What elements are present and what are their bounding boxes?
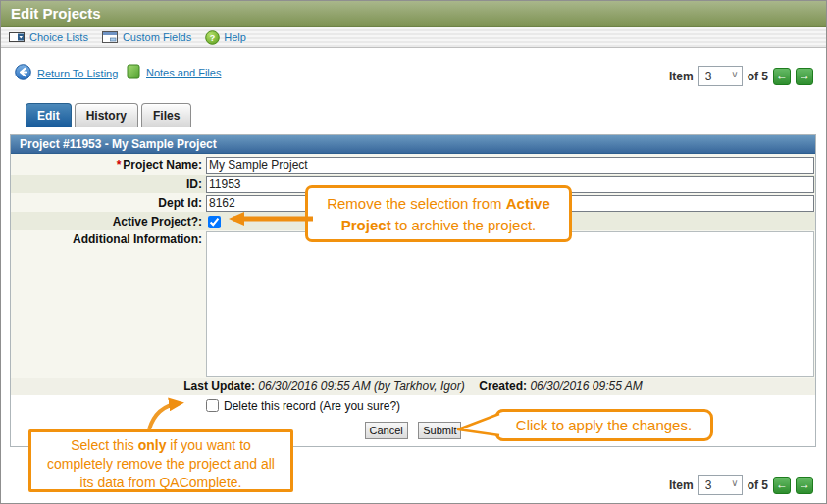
active-project-checkbox[interactable] — [208, 216, 221, 228]
notes-page-icon — [127, 64, 140, 81]
custom-fields-icon — [102, 30, 119, 44]
toolbar: Choice Lists Custom Fields — [1, 27, 826, 48]
project-name-input[interactable] — [206, 157, 814, 174]
active-project-callout: Remove the selection from Active Project… — [305, 185, 572, 242]
form-title: Project #11953 - My Sample Project — [20, 137, 217, 151]
page-title: Edit Projects — [11, 5, 101, 22]
tab-history[interactable]: History — [75, 103, 138, 127]
next-arrow-icon: → — [799, 478, 810, 491]
last-update-value: 06/30/2016 09:55 AM (by Tarkhov, Igor) — [258, 379, 464, 393]
custom-fields-link[interactable]: Custom Fields — [102, 30, 191, 44]
next-item-button[interactable]: → — [796, 68, 813, 85]
custom-fields-label: Custom Fields — [123, 31, 191, 43]
edit-project-form: Project #11953 - My Sample Project *Proj… — [10, 134, 816, 447]
choice-lists-link[interactable]: Choice Lists — [9, 30, 88, 44]
last-update-label: Last Update: — [183, 379, 255, 393]
help-label: Help — [224, 31, 246, 43]
prev-item-button[interactable]: ← — [773, 477, 791, 494]
cancel-button[interactable]: Cancel — [365, 422, 408, 439]
delete-record-label: Delete this record (Are you sure?) — [224, 399, 400, 413]
return-to-listing-label: Return To Listing — [37, 68, 118, 79]
return-arrow-icon — [15, 64, 31, 82]
item-label: Item — [669, 70, 694, 83]
project-name-row: *Project Name: — [11, 154, 815, 175]
item-pager-bottom: Item 3 ∨ of 5 ← → — [669, 475, 813, 495]
help-glyph: ? — [210, 33, 216, 43]
help-icon: ? — [205, 30, 220, 45]
notes-and-files-link[interactable]: Notes and Files — [127, 64, 221, 81]
tab-bar: Edit History Files — [26, 103, 191, 127]
item-select-wrap: 3 ∨ — [698, 66, 743, 86]
submit-callout: Click to apply the changes. — [494, 409, 713, 441]
created-value: 06/30/2016 09:55 AM — [530, 379, 642, 393]
additional-information-row: Additional Information: — [11, 230, 815, 378]
item-of-label: of 5 — [748, 479, 768, 492]
dept-id-label: Dept Id: — [11, 196, 206, 210]
last-update-row: Last Update: 06/30/2016 09:55 AM (by Tar… — [11, 378, 815, 395]
active-project-label: Active Project?: — [11, 215, 206, 228]
help-link[interactable]: ? Help — [205, 30, 246, 45]
id-label: ID: — [11, 177, 206, 191]
item-select[interactable]: 3 — [698, 475, 743, 495]
item-label: Item — [669, 479, 694, 492]
item-select[interactable]: 3 — [698, 66, 743, 86]
return-to-listing-link[interactable]: Return To Listing — [15, 64, 118, 82]
item-select-wrap: 3 ∨ — [698, 475, 743, 495]
additional-information-textarea[interactable] — [206, 231, 814, 377]
required-asterisk: * — [117, 158, 122, 172]
delete-record-callout: Select this only if you want to complete… — [28, 429, 293, 492]
next-item-button[interactable]: → — [796, 477, 813, 494]
next-arrow-icon: → — [799, 69, 810, 82]
choice-lists-label: Choice Lists — [29, 31, 88, 43]
edit-projects-window: Edit Projects Choice Lists Custom — [0, 0, 827, 504]
form-title-bar: Project #11953 - My Sample Project — [11, 135, 815, 154]
additional-information-label: Additional Information: — [11, 230, 206, 378]
item-of-label: of 5 — [748, 70, 768, 83]
tab-edit[interactable]: Edit — [26, 103, 72, 127]
notes-and-files-label: Notes and Files — [146, 67, 221, 78]
item-pager-top: Item 3 ∨ of 5 ← → — [669, 66, 813, 86]
submit-button[interactable]: Submit — [418, 422, 461, 439]
prev-item-button[interactable]: ← — [773, 68, 791, 85]
prev-arrow-icon: ← — [776, 478, 788, 491]
page-header: Edit Projects — [1, 1, 826, 27]
choice-lists-icon — [9, 30, 26, 44]
project-name-label: Project Name: — [123, 158, 202, 172]
created-label: Created: — [479, 379, 527, 393]
delete-record-checkbox[interactable] — [206, 399, 219, 412]
prev-arrow-icon: ← — [776, 69, 788, 82]
tab-files[interactable]: Files — [141, 103, 191, 127]
